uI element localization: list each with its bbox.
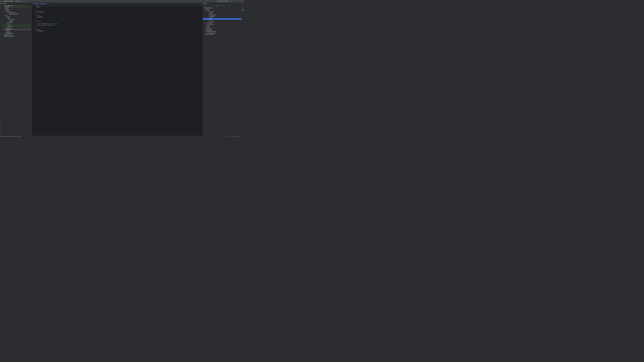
caret-position[interactable]: 1:10 [224, 136, 225, 137]
gradle-tree-item[interactable]: testCompileClasspath [203, 31, 242, 32]
tree-item[interactable]: gradle [2, 9, 32, 10]
gradle-tree-item[interactable]: build setup [203, 22, 242, 24]
services-tool-icon[interactable] [1, 118, 2, 119]
gradle-tree-item[interactable]: testClasses [203, 21, 242, 22]
analyzer-icon[interactable] [218, 5, 220, 6]
link-icon[interactable] [222, 5, 224, 6]
gradle-tree-item[interactable]: classes [203, 17, 242, 18]
breadcrumb[interactable]: first-gradle-project › build.gradle.kts … [1, 136, 21, 137]
vcs-tool-icon[interactable] [1, 134, 2, 135]
debug-tool-icon[interactable] [1, 129, 2, 131]
gradle-tree-item[interactable]: Tasks [203, 8, 242, 10]
gradle-tree-item[interactable]: Dependencies [203, 29, 242, 31]
inspection-ok-icon[interactable]: ✓ [202, 5, 202, 6]
gradle-tree-item[interactable]: help [203, 25, 242, 27]
terminal-tool-icon[interactable] [1, 127, 2, 129]
collapse-icon[interactable] [215, 5, 216, 6]
tree-item[interactable]: gradlew.bat [2, 31, 32, 33]
gradle-tree-item[interactable]: buildNeeded [203, 15, 242, 17]
add-icon[interactable] [205, 5, 206, 6]
chevron-down-icon[interactable] [21, 1, 22, 1]
ai-icon[interactable] [242, 5, 244, 6]
settings-icon[interactable] [242, 1, 243, 2]
gradle-tree[interactable]: first-gradle-projectTasksbuildassemblebu… [203, 7, 242, 136]
notifications-icon[interactable] [242, 3, 244, 4]
readonly-icon[interactable] [240, 136, 241, 137]
project-tree[interactable]: first-gradle-project ~/IdeaProjects/firs… [2, 5, 32, 136]
gradle-tree-item[interactable]: build [203, 10, 242, 11]
tree-item[interactable]: Scratches and Consoles [2, 36, 32, 37]
status-icon[interactable] [228, 136, 229, 137]
project-name-label[interactable]: first-gradle-project [7, 1, 14, 2]
gradle-tree-item[interactable]: jar [203, 19, 242, 21]
tree-item[interactable]: wrapper [2, 10, 32, 12]
tree-item[interactable]: gradlew [2, 30, 32, 31]
panel-more-icon[interactable] [238, 3, 239, 4]
tree-item[interactable]: .idea [2, 8, 32, 9]
vcs-label[interactable]: Version control [15, 1, 21, 2]
tree-item[interactable]: java [2, 17, 32, 19]
tree-item[interactable]: main [2, 16, 32, 17]
tree-item[interactable]: test [2, 23, 32, 24]
run-tool-icon[interactable] [1, 125, 2, 126]
gradle-tree-item[interactable]: other [203, 27, 242, 28]
tree-item-selected[interactable]: build.gradle.kts [3, 29, 31, 30]
tree-item[interactable]: resources [2, 26, 32, 27]
code-with-me-icon[interactable] [238, 1, 239, 2]
gradle-tree-item[interactable]: buildDependents [203, 14, 242, 15]
module-icon[interactable] [217, 5, 218, 6]
gradle-tree-item[interactable]: build [203, 13, 242, 14]
minimize-icon[interactable]: − [240, 3, 241, 4]
tree-item[interactable]: settings.gradle.kts [2, 33, 32, 34]
debug-button[interactable] [232, 1, 233, 2]
run-button[interactable] [231, 1, 232, 2]
gradle-tree-item[interactable]: Run Configurations [203, 34, 242, 35]
close-tab-icon[interactable]: × [48, 3, 48, 4]
structure-tool-icon[interactable] [1, 5, 2, 6]
gradle-tree-item[interactable]: assemble [203, 11, 242, 12]
find-tool-icon[interactable] [1, 121, 2, 122]
build-tool-icon[interactable] [1, 132, 2, 133]
tree-item[interactable]: External Libraries [2, 34, 32, 36]
gradle-tree-item[interactable]: clean [203, 18, 242, 19]
gradle-tool-icon[interactable] [242, 9, 244, 11]
tree-item[interactable]: resources [2, 22, 32, 23]
tree-item[interactable]: org.example [2, 19, 32, 20]
editor-tab[interactable]: build.gradle.kts (first-gradle-project) … [32, 2, 49, 5]
project-tool-icon[interactable] [1, 3, 2, 4]
window-controls[interactable] [1, 1, 4, 2]
tree-item[interactable]: Main [2, 20, 32, 22]
code-editor[interactable]: 1234567891011121314151617181920 plugins … [32, 5, 203, 136]
chevron-down-icon[interactable] [14, 1, 14, 1]
project-panel-title[interactable]: Project [3, 3, 6, 4]
gradle-tree-item[interactable]: testRuntimeClasspath [203, 32, 242, 34]
memory-icon[interactable] [242, 136, 243, 137]
download-icon[interactable] [210, 5, 211, 6]
more-menu[interactable] [234, 1, 234, 2]
gradle-tree-item[interactable]: documentation [203, 24, 242, 25]
line-separator[interactable]: LF [230, 136, 231, 137]
gradle-tree-item[interactable]: verification [203, 28, 242, 29]
gradle-tree-item[interactable]: first-gradle-project [203, 7, 242, 8]
tree-item[interactable]: gradle-wrapper.properties [2, 13, 32, 15]
toggle-offline-icon[interactable] [220, 5, 222, 6]
attach-icon[interactable] [211, 5, 213, 6]
remove-icon[interactable] [207, 5, 208, 6]
code-content[interactable]: plugins {id("java")}group = "org.example… [35, 5, 203, 136]
problems-tool-icon[interactable] [1, 123, 2, 124]
database-icon[interactable] [242, 7, 244, 9]
gradle-settings-icon[interactable] [224, 5, 225, 6]
chevron-down-icon[interactable] [6, 3, 7, 4]
tree-item[interactable]: .gradle [2, 6, 32, 8]
expand-icon[interactable] [213, 5, 214, 6]
encoding[interactable]: UTF-8 [232, 136, 235, 137]
tree-root[interactable]: first-gradle-project ~/IdeaProjects/firs… [2, 5, 32, 6]
refresh-icon[interactable] [203, 5, 205, 6]
tree-item[interactable]: .gitignore [2, 27, 32, 29]
tree-item[interactable]: gradle-wrapper.jar [2, 12, 32, 13]
tree-item[interactable]: src [2, 15, 32, 16]
tree-item[interactable]: java [2, 24, 32, 26]
search-icon[interactable] [240, 1, 241, 2]
kotlin-icon[interactable] [226, 136, 227, 137]
run-config-selector[interactable]: first-gradle-project [clean] [217, 0, 230, 2]
